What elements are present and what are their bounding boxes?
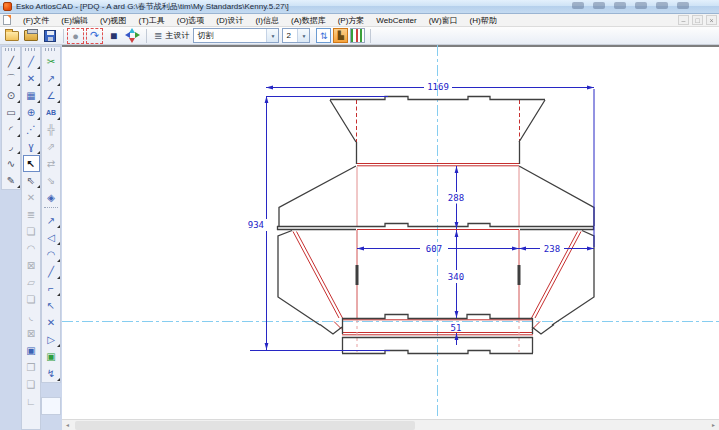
open-file-button[interactable]: [3, 28, 20, 44]
menu-database[interactable]: (A)数据库: [285, 15, 332, 26]
text-tool-icon[interactable]: AB: [43, 104, 60, 121]
convert-to-3d-button[interactable]: ■: [105, 28, 122, 44]
main-design-button[interactable]: ≣ 主设计: [150, 28, 193, 44]
mirror-tool-icon[interactable]: ⇄: [43, 155, 60, 172]
boxes-3d-tool-icon[interactable]: ❐: [23, 359, 40, 376]
crop-tool-icon[interactable]: ⊠: [23, 325, 40, 342]
rotate-tool-icon[interactable]: ⇗: [43, 138, 60, 155]
counter-tool-icon[interactable]: ▣: [43, 348, 60, 365]
titlebar-artifact: [572, 2, 689, 10]
line-dim-tool-icon[interactable]: ╱: [43, 263, 60, 280]
document-icon: [3, 15, 11, 25]
measure-tool-icon[interactable]: ↗: [43, 212, 60, 229]
corner-tool-icon[interactable]: ∟: [23, 393, 40, 410]
scroll-right-icon[interactable]: ►: [708, 420, 719, 430]
bezier-tool-icon[interactable]: ✎: [3, 172, 20, 189]
dim-label-upper-panel[interactable]: 288: [448, 193, 464, 203]
corner-dim-tool-icon[interactable]: ⌐: [43, 280, 60, 297]
horizontal-scrollbar[interactable]: ◄ ►: [62, 419, 719, 430]
toolbar-column-geometry: ╱ ⌒ ⊙ ▭ ◜ ◞ ∿ ✎: [1, 46, 21, 190]
menu-file[interactable]: (F)文件: [17, 15, 55, 26]
scroll-thumb[interactable]: [75, 421, 415, 430]
conic-tool-icon[interactable]: ɣ: [23, 138, 40, 155]
save-floppy-icon: [44, 30, 56, 42]
layers-tool-icon[interactable]: ≣: [23, 206, 40, 223]
cut-lines[interactable]: [277, 97, 594, 354]
mdi-minimize-icon[interactable]: –: [678, 15, 689, 25]
design-canvas[interactable]: 1169 934 288 607 238 340 51: [62, 45, 719, 419]
dim-label-top-width[interactable]: 1169: [427, 82, 449, 92]
menu-edit[interactable]: (E)编辑: [55, 15, 94, 26]
annotate-tool-icon[interactable]: ↖: [43, 297, 60, 314]
circle-center-tool-icon[interactable]: ⊕: [23, 104, 40, 121]
arc-tool-icon[interactable]: ⌒: [3, 70, 20, 87]
rectangle-tool-icon[interactable]: ▭: [3, 104, 20, 121]
scale-tool-icon[interactable]: ⇘: [43, 172, 60, 189]
tack-tool-icon[interactable]: ✂: [43, 53, 60, 70]
menu-webcenter[interactable]: WebCenter: [370, 16, 422, 25]
output-button[interactable]: [22, 28, 39, 44]
curve-tool-icon[interactable]: ◞: [3, 138, 20, 155]
menu-help[interactable]: (H)帮助: [464, 15, 503, 26]
dim-label-left-height[interactable]: 934: [248, 220, 264, 230]
combo-arrow-icon[interactable]: ▼: [266, 29, 278, 42]
combo-arrow-icon[interactable]: ▼: [297, 29, 309, 42]
convert-3d-tool-icon[interactable]: ▣: [23, 342, 40, 359]
counter-layout-button[interactable]: ▙: [333, 28, 348, 43]
paste-tool-icon[interactable]: ❏: [23, 291, 40, 308]
multi-view-button[interactable]: [124, 28, 141, 44]
scroll-track[interactable]: [73, 420, 708, 430]
circle-tool-icon[interactable]: ⊙: [3, 87, 20, 104]
frame-tool-icon[interactable]: ⊠: [23, 257, 40, 274]
transform-tool-icon[interactable]: ◈: [43, 189, 60, 206]
dim-label-panel-width[interactable]: 607: [426, 244, 442, 254]
angle-dim-tool-icon[interactable]: ∠: [43, 87, 60, 104]
redo-design-button[interactable]: ↷: [86, 28, 103, 44]
zigzag-tool-icon[interactable]: ↯: [43, 365, 60, 382]
menu-window[interactable]: (W)窗口: [423, 15, 464, 26]
arc-dim-tool-icon[interactable]: ◠: [43, 246, 60, 263]
menu-project[interactable]: (P)方案: [332, 15, 371, 26]
angle-tool-icon[interactable]: ◁: [43, 229, 60, 246]
copy-tool-icon[interactable]: ❏: [23, 223, 40, 240]
dim-label-side-panel[interactable]: 238: [544, 244, 560, 254]
construct-tool-icon[interactable]: ✕: [23, 70, 40, 87]
delete-tool-icon[interactable]: ✕: [23, 189, 40, 206]
line-tool-icon[interactable]: ╱: [3, 53, 20, 70]
hatch-tool-icon[interactable]: ▦: [23, 87, 40, 104]
line-type-combo[interactable]: 切割 ▼: [193, 28, 279, 43]
region-tool-icon[interactable]: ▱: [23, 274, 40, 291]
fillet-tool-icon[interactable]: ◜: [3, 121, 20, 138]
line2-tool-icon[interactable]: ╱: [23, 53, 40, 70]
ray-fan-tool-icon[interactable]: ⋰: [23, 121, 40, 138]
menu-info[interactable]: (I)信息: [249, 15, 285, 26]
menu-options[interactable]: (O)选项: [171, 15, 211, 26]
title-bar[interactable]: Esko ArtiosCAD - [PDQ - A ard G:\春节战利品\t…: [0, 0, 719, 14]
menu-view[interactable]: (V)视图: [94, 15, 133, 26]
dim-label-mid-height[interactable]: 340: [448, 272, 464, 282]
menu-tools[interactable]: (T)工具: [133, 15, 171, 26]
move-tool-icon[interactable]: ╬: [43, 121, 60, 138]
select-tool-icon[interactable]: ↖: [23, 155, 40, 172]
mdi-close-icon[interactable]: ×: [706, 15, 717, 25]
menu-design[interactable]: (D)设计: [210, 15, 249, 26]
save-button[interactable]: [41, 28, 58, 44]
plot-style-button[interactable]: [350, 28, 365, 43]
fillet-edit-tool-icon[interactable]: ◟: [23, 308, 40, 325]
outline-boxes-tool-icon[interactable]: ❑: [23, 376, 40, 393]
arrow-tool-icon[interactable]: ▷: [43, 331, 60, 348]
dimension-lines[interactable]: [250, 88, 594, 351]
group-select-tool-icon[interactable]: ⇖: [23, 172, 40, 189]
scroll-left-icon[interactable]: ◄: [62, 420, 73, 430]
mdi-restore-icon[interactable]: □: [692, 15, 703, 25]
point-size-combo[interactable]: 2 ▼: [282, 28, 310, 43]
dim-label-bottom-strip[interactable]: 51: [451, 323, 462, 333]
rebuild-playback-button[interactable]: ●: [67, 28, 84, 44]
line-type-value: 切割: [194, 30, 266, 41]
wave-tool-icon[interactable]: ∿: [3, 155, 20, 172]
cross-tool-icon[interactable]: ✕: [43, 314, 60, 331]
layer-toggle-button[interactable]: ⇅: [316, 28, 331, 43]
dieline-drawing: 1169 934 288 607 238 340 51: [62, 45, 719, 419]
arc-edit-tool-icon[interactable]: ◠: [23, 240, 40, 257]
dimension-tool-icon[interactable]: ↗: [43, 70, 60, 87]
